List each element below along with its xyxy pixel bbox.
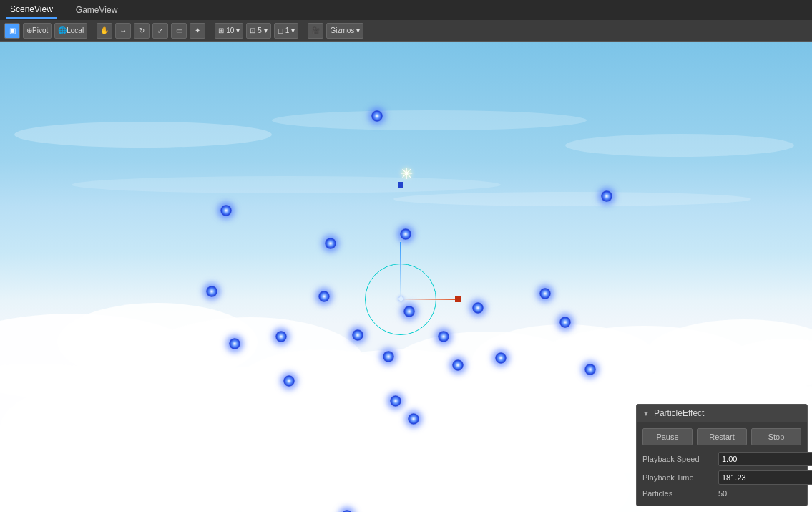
scale-arrow: ▾	[291, 26, 295, 34]
list-item	[472, 302, 484, 314]
grid-icon: ⊞	[218, 26, 224, 34]
particles-label: Particles	[642, 489, 714, 498]
list-item	[452, 359, 464, 371]
toolbar-all-btn[interactable]: ✦	[190, 23, 205, 39]
particles-value: 50	[718, 489, 801, 498]
list-item	[371, 110, 383, 122]
particles-row: Particles 50	[637, 487, 807, 500]
playback-speed-label: Playback Speed	[642, 455, 714, 463]
snap-arrow: ▾	[264, 26, 268, 34]
list-item	[584, 364, 596, 375]
grid-arrow: ▾	[236, 26, 240, 34]
toolbar-local-btn[interactable]: 🌐 Local	[54, 23, 87, 39]
gizmo-y-axis	[400, 242, 401, 299]
list-item	[318, 291, 330, 302]
playback-time-label: Playback Time	[642, 473, 714, 482]
list-item	[283, 375, 295, 387]
toolbar-scale-dropdown[interactable]: ◻ 1 ▾	[274, 23, 299, 39]
toolbar-gizmos-dropdown[interactable]: Gizmos ▾	[326, 23, 363, 39]
panel-header: ▼ ParticleEffect	[637, 405, 807, 422]
toolbar: ▣ ⊕ Pivot 🌐 Local ✋ ↔ ↻ ⤢ ▭ ✦ ⊞ 10 ▾ ⊡ 5…	[0, 20, 812, 42]
list-item	[220, 205, 232, 216]
list-item	[539, 288, 551, 299]
panel-buttons: Pause Restart Stop	[637, 422, 807, 450]
list-item	[352, 329, 363, 341]
list-item	[408, 413, 419, 425]
particle-effect-panel: ▼ ParticleEffect Pause Restart Stop Play…	[636, 404, 808, 506]
toolbar-camera-btn[interactable]: 🎥	[308, 23, 323, 39]
gizmo-x-axis	[401, 299, 458, 300]
list-item	[495, 352, 507, 364]
toolbar-snap-dropdown[interactable]: ⊡ 5 ▾	[246, 23, 271, 39]
gizmo-y-handle	[398, 182, 403, 188]
sun-icon: ✳	[400, 165, 413, 183]
titlebar: SceneView GameView	[0, 0, 812, 20]
list-item	[400, 228, 411, 240]
restart-button[interactable]: Restart	[697, 428, 747, 445]
pause-button[interactable]: Pause	[642, 428, 693, 445]
gizmo-center: ✦	[393, 292, 408, 306]
toolbar-grid-dropdown[interactable]: ⊞ 10 ▾	[215, 23, 243, 39]
tab-gameview[interactable]: GameView	[72, 2, 122, 18]
playback-time-input[interactable]	[718, 470, 812, 485]
toolbar-move-btn[interactable]: ↔	[115, 23, 131, 39]
snap-icon: ⊡	[250, 26, 255, 34]
tab-sceneview[interactable]: SceneView	[6, 1, 57, 19]
sep1	[92, 24, 92, 37]
toolbar-rotate-btn[interactable]: ↻	[134, 23, 150, 39]
list-item	[229, 338, 240, 349]
scale-icon: ◻	[278, 26, 283, 34]
local-icon: 🌐	[58, 26, 67, 34]
list-item	[390, 395, 401, 407]
list-item	[206, 286, 217, 297]
playback-speed-row: Playback Speed	[637, 450, 807, 468]
playback-speed-input[interactable]	[718, 452, 812, 466]
list-item	[559, 317, 571, 328]
list-item	[325, 238, 336, 249]
toolbar-scale-btn[interactable]: ⤢	[152, 23, 168, 39]
gizmos-arrow: ▾	[356, 26, 360, 34]
sep2	[210, 24, 210, 37]
scene-viewport[interactable]: ✳ ✦ ▼ ParticleEffect Pause Restart Stop …	[0, 42, 812, 512]
toolbar-hand-btn[interactable]: ✋	[97, 23, 112, 39]
panel-collapse-arrow[interactable]: ▼	[642, 410, 650, 417]
playback-time-row: Playback Time	[637, 468, 807, 487]
list-item	[601, 190, 612, 202]
list-item	[383, 351, 394, 362]
list-item	[438, 331, 449, 342]
toolbar-rect-transform-btn[interactable]: ▭	[171, 23, 187, 39]
panel-title: ParticleEffect	[654, 408, 704, 418]
svg-point-4	[393, 192, 751, 206]
list-item	[275, 331, 287, 342]
pivot-icon: ⊕	[26, 26, 32, 34]
svg-point-3	[72, 176, 501, 193]
svg-point-2	[565, 134, 794, 157]
svg-point-1	[272, 110, 587, 130]
toolbar-pivot-btn[interactable]: ⊕ Pivot	[23, 23, 52, 39]
gizmo-x-handle	[455, 296, 461, 302]
sep3	[303, 24, 303, 37]
svg-point-0	[14, 122, 272, 148]
stop-button[interactable]: Stop	[751, 428, 801, 445]
toolbar-rect-btn[interactable]: ▣	[4, 23, 20, 39]
